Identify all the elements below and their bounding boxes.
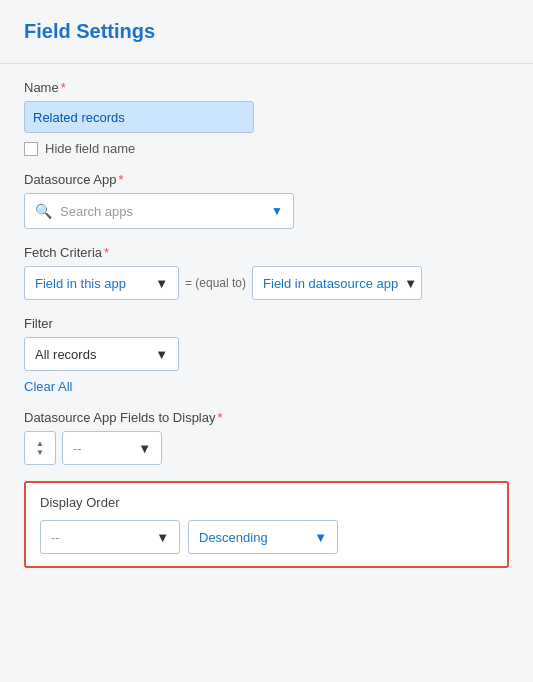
display-order-row: -- ▼ Descending ▼ — [40, 520, 493, 554]
equals-text: = (equal to) — [185, 276, 246, 290]
field-in-datasource-text: Field in datasource app — [263, 276, 398, 291]
page-title: Field Settings — [24, 20, 509, 43]
order-field-chevron-icon: ▼ — [156, 530, 169, 545]
search-placeholder: Search apps — [60, 204, 263, 219]
order-sort-text: Descending — [199, 530, 308, 545]
datasource-label: Datasource App* — [24, 172, 509, 187]
content-area: Field Settings Name* Hide field name Dat… — [0, 0, 533, 682]
filter-label: Filter — [24, 316, 509, 331]
fields-stepper[interactable]: ▲ ▼ — [24, 431, 56, 465]
hide-field-name-checkbox[interactable] — [24, 142, 38, 156]
field-in-app-text: Field in this app — [35, 276, 149, 291]
order-field-dropdown[interactable]: -- ▼ — [40, 520, 180, 554]
field-in-app-chevron-icon: ▼ — [155, 276, 168, 291]
datasource-section: Datasource App* 🔍 Search apps ▼ — [24, 172, 509, 229]
filter-value: All records — [35, 347, 149, 362]
display-order-box: Display Order -- ▼ Descending ▼ — [24, 481, 509, 568]
datasource-fields-section: Datasource App Fields to Display* ▲ ▼ --… — [24, 410, 509, 465]
filter-section: Filter All records ▼ Clear All — [24, 316, 509, 394]
fields-dropdown[interactable]: -- ▼ — [62, 431, 162, 465]
fields-placeholder: -- — [73, 441, 132, 456]
fetch-criteria-section: Fetch Criteria* Field in this app ▼ = (e… — [24, 245, 509, 300]
name-section: Name* Hide field name — [24, 80, 509, 156]
filter-dropdown[interactable]: All records ▼ — [24, 337, 179, 371]
hide-field-name-label: Hide field name — [45, 141, 135, 156]
fields-display-row: ▲ ▼ -- ▼ — [24, 431, 509, 465]
title-divider — [0, 63, 533, 64]
order-sort-dropdown[interactable]: Descending ▼ — [188, 520, 338, 554]
name-input[interactable] — [24, 101, 254, 133]
datasource-dropdown[interactable]: 🔍 Search apps ▼ — [24, 193, 294, 229]
fetch-criteria-label: Fetch Criteria* — [24, 245, 509, 260]
page-container: Field Settings Name* Hide field name Dat… — [0, 0, 533, 682]
field-in-app-dropdown[interactable]: Field in this app ▼ — [24, 266, 179, 300]
order-sort-chevron-icon: ▼ — [314, 530, 327, 545]
search-icon: 🔍 — [35, 203, 52, 219]
datasource-chevron-icon: ▼ — [271, 204, 283, 218]
order-field-text: -- — [51, 530, 150, 545]
name-label: Name* — [24, 80, 509, 95]
filter-chevron-icon: ▼ — [155, 347, 168, 362]
field-in-datasource-dropdown[interactable]: Field in datasource app ▼ — [252, 266, 422, 300]
hide-field-name-row: Hide field name — [24, 141, 509, 156]
field-in-datasource-chevron-icon: ▼ — [404, 276, 417, 291]
stepper-up-icon: ▲ — [36, 440, 44, 448]
datasource-fields-label: Datasource App Fields to Display* — [24, 410, 509, 425]
fields-chevron-icon: ▼ — [138, 441, 151, 456]
display-order-title: Display Order — [40, 495, 493, 510]
fetch-criteria-row: Field in this app ▼ = (equal to) Field i… — [24, 266, 509, 300]
clear-all-link[interactable]: Clear All — [24, 379, 72, 394]
stepper-down-icon: ▼ — [36, 449, 44, 457]
